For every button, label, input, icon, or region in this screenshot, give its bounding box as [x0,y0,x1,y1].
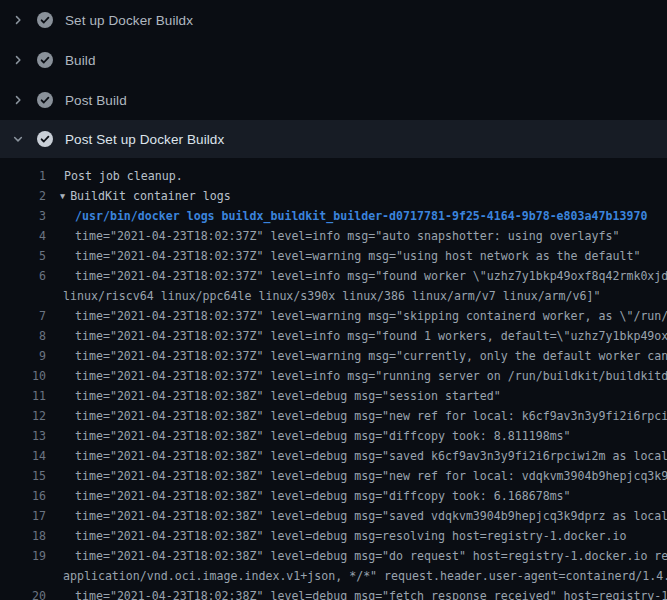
log-text: time="2021-04-23T18:02:38Z" level=debug … [46,546,667,566]
log-text: Post job cleanup. [46,166,667,186]
log-text: time="2021-04-23T18:02:38Z" level=debug … [46,406,667,426]
check-circle-icon [37,131,53,147]
log-line: 9time="2021-04-23T18:02:37Z" level=warni… [0,346,667,366]
check-circle-icon [37,92,53,108]
log-text: time="2021-04-23T18:02:37Z" level=warnin… [46,246,667,266]
log-command-text: /usr/bin/docker logs buildx_buildkit_bui… [46,206,667,226]
log-text: application/vnd.oci.image.index.v1+json,… [46,566,667,586]
log-line: application/vnd.oci.image.index.v1+json,… [0,566,667,586]
log-text: time="2021-04-23T18:02:37Z" level=warnin… [46,346,667,366]
log-line: 5time="2021-04-23T18:02:37Z" level=warni… [0,246,667,266]
log-text: time="2021-04-23T18:02:37Z" level=warnin… [46,306,667,326]
step-label: Set up Docker Buildx [65,13,193,28]
log-text: time="2021-04-23T18:02:37Z" level=info m… [46,366,667,386]
log-line: 18time="2021-04-23T18:02:38Z" level=debu… [0,526,667,546]
step-label: Build [65,53,96,68]
log-line: 14time="2021-04-23T18:02:38Z" level=debu… [0,446,667,466]
log-group-label: BuildKit container logs [70,189,231,203]
log-line: 17time="2021-04-23T18:02:38Z" level=debu… [0,506,667,526]
log-text: time="2021-04-23T18:02:38Z" level=debug … [46,426,667,446]
log-line-number[interactable]: 11 [0,386,46,406]
log-line-number[interactable]: 4 [0,226,46,246]
step-header-build[interactable]: Build [0,40,667,80]
log-line-number[interactable]: 6 [0,266,46,286]
log-text: time="2021-04-23T18:02:38Z" level=debug … [46,586,667,600]
log-line-number[interactable]: 18 [0,526,46,546]
log-line: 7time="2021-04-23T18:02:37Z" level=warni… [0,306,667,326]
step-header-set-up-docker-buildx[interactable]: Set up Docker Buildx [0,0,667,40]
log-line-number[interactable]: 10 [0,366,46,386]
log-line-number[interactable]: 7 [0,306,46,326]
log-line: 15time="2021-04-23T18:02:38Z" level=debu… [0,466,667,486]
log-line-number[interactable]: 14 [0,446,46,466]
log-line: linux/riscv64 linux/ppc64le linux/s390x … [0,286,667,306]
chevron-right-icon [12,54,24,66]
group-collapse-toggle-icon[interactable]: ▼ [60,186,65,206]
log-line-number[interactable]: 20 [0,586,46,600]
log-text: time="2021-04-23T18:02:38Z" level=debug … [46,386,667,406]
log-text: time="2021-04-23T18:02:38Z" level=debug … [46,486,667,506]
log-line-number[interactable]: 19 [0,546,46,566]
log-line: 19time="2021-04-23T18:02:38Z" level=debu… [0,546,667,566]
log-line-number[interactable]: 12 [0,406,46,426]
log-line-number[interactable]: 17 [0,506,46,526]
log-line: 12time="2021-04-23T18:02:38Z" level=debu… [0,406,667,426]
log-line-number[interactable]: 13 [0,426,46,446]
log-line-number[interactable]: 1 [0,166,46,186]
log-line: 2▼BuildKit container logs [0,186,667,206]
log-line-number[interactable]: 15 [0,466,46,486]
log-line: 8time="2021-04-23T18:02:37Z" level=info … [0,326,667,346]
step-label: Post Set up Docker Buildx [65,132,224,147]
log-text: time="2021-04-23T18:02:37Z" level=info m… [46,226,667,246]
log-line: 11time="2021-04-23T18:02:38Z" level=debu… [0,386,667,406]
log-text: time="2021-04-23T18:02:37Z" level=info m… [46,326,667,346]
log-panel: 1Post job cleanup.2▼BuildKit container l… [0,158,667,600]
log-line-number[interactable]: 8 [0,326,46,346]
log-line-number[interactable]: 16 [0,486,46,506]
log-text: time="2021-04-23T18:02:38Z" level=debug … [46,526,667,546]
step-header-post-set-up-docker-buildx[interactable]: Post Set up Docker Buildx [0,120,667,158]
log-text: linux/riscv64 linux/ppc64le linux/s390x … [46,286,667,306]
log-line: 6time="2021-04-23T18:02:37Z" level=info … [0,266,667,286]
log-line-number [0,286,46,306]
step-header-post-build[interactable]: Post Build [0,80,667,120]
check-circle-icon [37,12,53,28]
chevron-right-icon [12,94,24,106]
log-line: 16time="2021-04-23T18:02:38Z" level=debu… [0,486,667,506]
chevron-right-icon [12,14,24,26]
log-group-header[interactable]: ▼BuildKit container logs [46,186,667,206]
step-label: Post Build [65,93,127,108]
log-text: time="2021-04-23T18:02:37Z" level=info m… [46,266,667,286]
check-circle-icon [37,52,53,68]
log-line-number[interactable]: 3 [0,206,46,226]
log-line: 4time="2021-04-23T18:02:37Z" level=info … [0,226,667,246]
log-line-number[interactable]: 2 [0,186,46,206]
log-line: 1Post job cleanup. [0,166,667,186]
log-line-number[interactable]: 5 [0,246,46,266]
log-line-number [0,566,46,586]
chevron-down-icon [12,133,24,145]
log-text: time="2021-04-23T18:02:38Z" level=debug … [46,506,667,526]
log-text: time="2021-04-23T18:02:38Z" level=debug … [46,446,667,466]
steps-list: Set up Docker BuildxBuildPost BuildPost … [0,0,667,158]
log-line: 13time="2021-04-23T18:02:38Z" level=debu… [0,426,667,446]
log-text: time="2021-04-23T18:02:38Z" level=debug … [46,466,667,486]
log-line: 20time="2021-04-23T18:02:38Z" level=debu… [0,586,667,600]
log-line: 10time="2021-04-23T18:02:37Z" level=info… [0,366,667,386]
log-line: 3/usr/bin/docker logs buildx_buildkit_bu… [0,206,667,226]
log-line-number[interactable]: 9 [0,346,46,366]
